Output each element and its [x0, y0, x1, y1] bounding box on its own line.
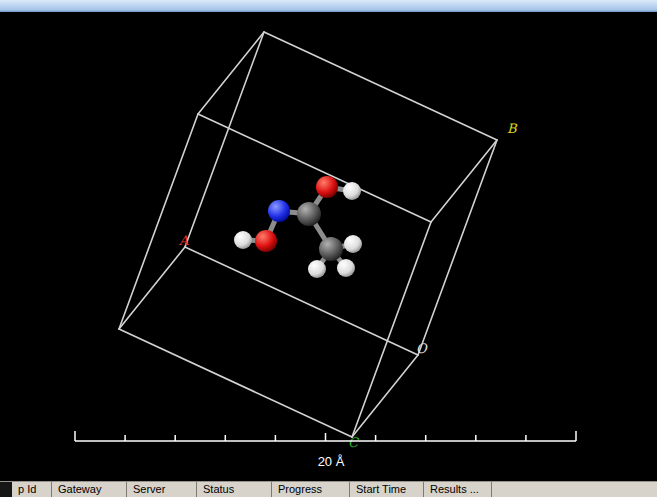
unit-cell-edge [119, 329, 352, 437]
window-titlebar[interactable] [0, 0, 657, 12]
atom-H [344, 235, 362, 253]
axis-label-C: C [348, 435, 360, 450]
axis-label-A: A [178, 233, 189, 248]
axis-label-O: O [416, 341, 428, 356]
job-column-header[interactable]: Server [127, 482, 197, 497]
atom-N [268, 200, 290, 222]
unit-cell-edge [418, 140, 497, 355]
atom-H [343, 182, 361, 200]
viewer-area[interactable]: ABCO20 Å [0, 12, 657, 481]
atom-C [319, 237, 343, 261]
unit-cell-edge [431, 140, 497, 222]
unit-cell-edge [185, 247, 418, 355]
corner-icon [0, 482, 12, 497]
unit-cell-edge [264, 32, 497, 140]
job-table-header: p IdGatewayServerStatusProgressStart Tim… [0, 481, 657, 497]
atom-C [297, 202, 321, 226]
scale-bar-label: 20 Å [318, 454, 345, 469]
atom-H [337, 259, 355, 277]
unit-cell-edge [119, 114, 198, 329]
unit-cell-edge [198, 32, 264, 114]
job-column-header[interactable]: Start Time [350, 482, 424, 497]
atom-O [316, 176, 338, 198]
molecule-viewport[interactable]: ABCO20 Å [0, 12, 657, 481]
job-column-header[interactable]: Results ... [424, 482, 492, 497]
job-column-header[interactable]: Status [197, 482, 272, 497]
application-window: ABCO20 Å p IdGatewayServerStatusProgress… [0, 0, 657, 497]
unit-cell-edge [352, 355, 418, 437]
job-column-header[interactable]: p Id [12, 482, 52, 497]
job-column-header[interactable]: Progress [272, 482, 350, 497]
job-table-header-row: p IdGatewayServerStatusProgressStart Tim… [12, 482, 657, 497]
atom-H [308, 260, 326, 278]
axis-label-B: B [507, 121, 518, 136]
job-column-header[interactable]: Gateway [52, 482, 127, 497]
atom-H [234, 231, 252, 249]
unit-cell-edge [119, 247, 185, 329]
atom-O [255, 230, 277, 252]
